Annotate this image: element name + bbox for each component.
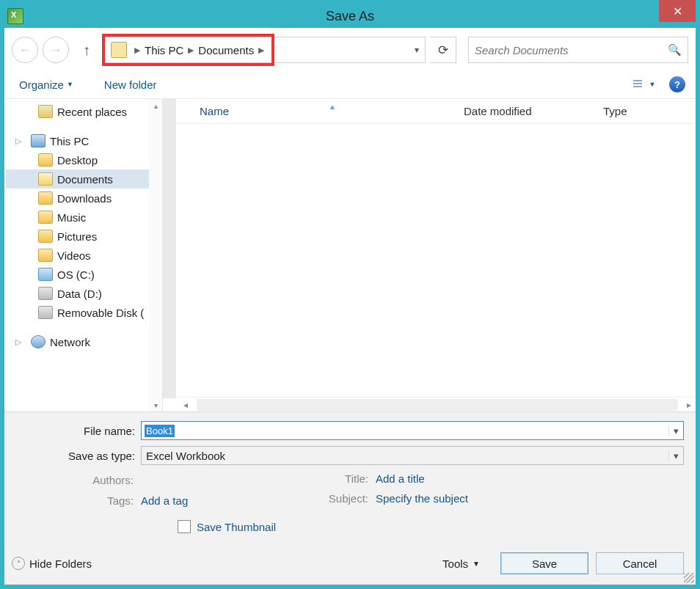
sidebar-scrollbar[interactable]: ▴ ▾ <box>149 99 162 411</box>
filename-field[interactable]: Book1 ▾ <box>141 421 684 440</box>
tree-item-documents[interactable]: Documents <box>6 169 162 189</box>
excel-app-icon <box>7 8 23 24</box>
navigation-tree[interactable]: Recent places ▷This PC Desktop Documents… <box>4 99 163 411</box>
filename-value: Book1 <box>145 425 175 437</box>
folder-icon <box>111 42 127 58</box>
tree-item-this-pc[interactable]: ▷This PC <box>6 131 162 150</box>
column-header-name[interactable]: Name ▲ <box>200 105 464 117</box>
tree-item-desktop[interactable]: Desktop <box>6 150 162 169</box>
close-button[interactable]: ✕ <box>659 0 696 22</box>
view-options-button[interactable]: ▼ <box>631 75 656 94</box>
breadcrumb-this-pc[interactable]: This PC <box>145 44 183 56</box>
tree-item-pictures[interactable]: Pictures <box>6 227 162 246</box>
view-list-icon <box>632 78 646 90</box>
arrow-right-icon: → <box>49 43 62 58</box>
window-title: Save As <box>4 9 696 24</box>
chevron-right-icon: ▷ <box>13 136 23 146</box>
search-input[interactable] <box>475 44 668 56</box>
tree-item-removable-disk[interactable]: Removable Disk ( <box>6 303 162 322</box>
up-button[interactable]: ↑ <box>76 40 97 60</box>
folder-icon <box>38 153 53 167</box>
cancel-button[interactable]: Cancel <box>596 552 684 574</box>
drive-icon <box>38 306 53 319</box>
tags-label: Tags: <box>16 494 141 507</box>
scroll-up-icon[interactable]: ▴ <box>149 99 162 112</box>
refresh-icon: ⟳ <box>438 43 448 58</box>
tree-item-os-drive[interactable]: OS (C:) <box>6 265 162 284</box>
help-icon: ? <box>674 79 680 90</box>
list-header: Name ▲ Date modified Type <box>176 99 696 124</box>
breadcrumb-documents[interactable]: Documents <box>198 44 254 56</box>
body-panel: Recent places ▷This PC Desktop Documents… <box>4 99 696 412</box>
tree-item-network[interactable]: ▷Network <box>6 332 162 351</box>
save-button[interactable]: Save <box>500 552 588 574</box>
drive-icon <box>38 287 53 300</box>
scrollbar-track[interactable] <box>197 399 678 411</box>
scroll-down-icon[interactable]: ▾ <box>149 398 162 411</box>
close-icon: ✕ <box>673 4 682 18</box>
tree-item-downloads[interactable]: Downloads <box>6 189 162 208</box>
folder-icon <box>38 172 53 186</box>
subject-label: Subject: <box>310 492 376 505</box>
title-value[interactable]: Add a title <box>376 472 425 485</box>
navigation-bar: ← → ↑ ▶ This PC ▶ Documents ▶ ▾ ⟳ 🔍 <box>4 28 696 70</box>
chevron-right-icon: ▶ <box>188 45 194 55</box>
chevron-down-icon: ▼ <box>649 81 656 88</box>
help-button[interactable]: ? <box>669 76 685 92</box>
title-label: Title: <box>310 472 376 485</box>
horizontal-scrollbar[interactable]: ◂ ▸ <box>163 397 696 411</box>
arrow-left-icon: ← <box>18 43 32 58</box>
chevron-right-icon: ▶ <box>258 45 264 55</box>
list-scroll-gutter[interactable] <box>163 99 176 398</box>
save-thumbnail-checkbox[interactable] <box>178 520 191 533</box>
chevron-down-icon: ▼ <box>67 81 73 88</box>
chevron-right-icon: ▷ <box>13 337 23 347</box>
subject-value[interactable]: Specify the subject <box>376 492 468 505</box>
authors-value[interactable] <box>141 472 207 487</box>
chevron-right-icon: ▶ <box>134 45 140 55</box>
authors-label: Authors: <box>16 474 141 486</box>
address-bar[interactable]: ▶ This PC ▶ Documents ▶ ▾ <box>104 37 426 63</box>
organize-button[interactable]: Organize▼ <box>15 76 78 94</box>
search-box[interactable]: 🔍 <box>468 37 688 63</box>
scroll-right-icon[interactable]: ▸ <box>682 400 696 410</box>
refresh-button[interactable]: ⟳ <box>430 37 456 63</box>
tree-item-data-drive[interactable]: Data (D:) <box>6 284 162 303</box>
tree-item-music[interactable]: Music <box>6 208 162 227</box>
tags-value[interactable]: Add a tag <box>141 494 188 507</box>
savetype-dropdown[interactable]: ▾ <box>668 450 683 461</box>
savetype-value: Excel Workbook <box>142 450 225 462</box>
savetype-field[interactable]: Excel Workbook ▾ <box>141 446 684 465</box>
folder-icon <box>38 230 53 243</box>
recent-places-icon <box>38 105 53 118</box>
save-thumbnail-row: Save Thumbnail <box>16 520 684 533</box>
forward-button[interactable]: → <box>43 37 69 63</box>
column-header-date-modified[interactable]: Date modified <box>464 105 603 117</box>
column-header-type[interactable]: Type <box>603 105 627 117</box>
drive-icon <box>38 268 53 281</box>
save-thumbnail-label[interactable]: Save Thumbnail <box>197 521 276 533</box>
title-bar: Save As ✕ <box>4 4 696 28</box>
filename-label: File name: <box>16 425 141 437</box>
filename-dropdown[interactable]: ▾ <box>668 425 683 436</box>
folder-icon <box>38 211 53 224</box>
address-dropdown[interactable]: ▾ <box>415 45 419 55</box>
tree-item-videos[interactable]: Videos <box>6 246 162 265</box>
chevron-up-icon: ˄ <box>12 557 25 570</box>
toolbar: Organize▼ New folder ▼ ? <box>4 70 696 99</box>
savetype-label: Save as type: <box>16 450 141 462</box>
resize-grip[interactable] <box>684 573 694 583</box>
save-form: File name: Book1 ▾ Save as type: Excel W… <box>4 412 696 542</box>
file-list-body[interactable] <box>176 124 696 397</box>
tools-button[interactable]: Tools ▼ <box>442 557 480 570</box>
folder-icon <box>38 191 53 205</box>
dialog-footer: ˄ Hide Folders Tools ▼ Save Cancel <box>4 542 696 585</box>
new-folder-button[interactable]: New folder <box>100 76 161 94</box>
tree-item-recent-places[interactable]: Recent places <box>6 102 162 121</box>
this-pc-icon <box>31 134 45 147</box>
chevron-down-icon: ▼ <box>473 560 480 568</box>
scroll-left-icon[interactable]: ◂ <box>179 400 192 410</box>
hide-folders-button[interactable]: ˄ Hide Folders <box>12 557 92 570</box>
back-button[interactable]: ← <box>12 37 38 63</box>
sort-asc-icon: ▲ <box>329 103 336 111</box>
